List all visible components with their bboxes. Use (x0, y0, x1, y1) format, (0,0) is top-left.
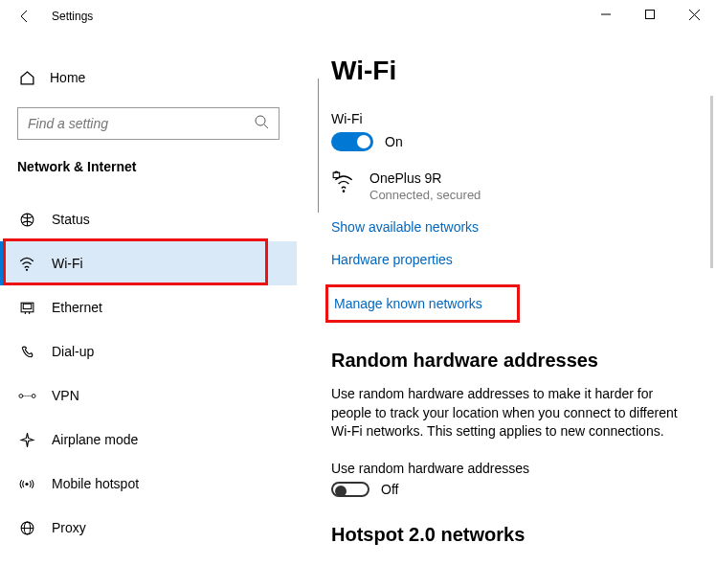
sidebar-item-label: Dial-up (52, 344, 94, 359)
link-show-available[interactable]: Show available networks (331, 219, 685, 235)
sidebar-item-proxy[interactable]: Proxy (0, 506, 297, 550)
sidebar-item-wifi[interactable]: Wi-Fi (0, 241, 297, 285)
status-icon (17, 212, 36, 228)
wifi-toggle-label: Wi-Fi (331, 111, 685, 126)
app-title: Settings (52, 10, 93, 23)
network-name: OnePlus 9R (369, 170, 481, 186)
page-title: Wi-Fi (331, 56, 685, 86)
home-label: Home (50, 70, 85, 85)
svg-rect-10 (23, 304, 32, 308)
highlight-manage-networks: Manage known networks (325, 284, 520, 323)
sidebar-item-dialup[interactable]: Dial-up (0, 329, 297, 373)
sidebar-item-airplane[interactable]: Airplane mode (0, 418, 297, 462)
search-icon (254, 114, 269, 133)
svg-point-16 (25, 482, 28, 485)
random-toggle-state: Off (381, 482, 398, 497)
back-button[interactable] (11, 3, 38, 30)
sidebar-item-label: Proxy (52, 520, 86, 535)
sidebar-item-label: Wi-Fi (52, 256, 83, 271)
vpn-icon (17, 388, 36, 404)
svg-point-8 (26, 269, 28, 271)
sidebar-item-label: Mobile hotspot (52, 476, 139, 491)
section-heading: Network & Internet (0, 159, 297, 174)
random-addresses-description: Use random hardware addresses to make it… (331, 385, 685, 441)
svg-point-14 (32, 394, 35, 397)
svg-rect-1 (646, 11, 655, 19)
sidebar-item-status[interactable]: Status (0, 197, 297, 241)
random-toggle-label: Use random hardware addresses (331, 461, 685, 476)
main-content: Wi-Fi Wi-Fi On OnePlus 9R Connected, sec… (297, 33, 716, 588)
wifi-toggle-state: On (385, 134, 403, 149)
airplane-icon (17, 432, 36, 448)
random-addresses-toggle[interactable] (331, 482, 369, 497)
svg-line-5 (264, 124, 268, 128)
current-network[interactable]: OnePlus 9R Connected, secured (331, 170, 685, 202)
ethernet-icon (17, 300, 36, 316)
sidebar-item-vpn[interactable]: VPN (0, 373, 297, 418)
home-icon (17, 70, 36, 86)
search-input[interactable] (17, 107, 280, 140)
sidebar-item-label: VPN (52, 388, 79, 403)
sidebar-item-label: Airplane mode (52, 432, 138, 447)
svg-point-4 (256, 116, 265, 125)
link-hardware-properties[interactable]: Hardware properties (331, 252, 685, 267)
random-addresses-heading: Random hardware addresses (331, 350, 685, 372)
sidebar: Home Network & Internet Status Wi-Fi Eth… (0, 33, 297, 588)
minimize-button[interactable] (584, 0, 628, 29)
sidebar-item-label: Ethernet (52, 300, 102, 315)
hotspot-heading: Hotspot 2.0 networks (331, 524, 685, 546)
sidebar-item-label: Status (52, 212, 90, 227)
dialup-icon (17, 344, 36, 360)
sidebar-item-ethernet[interactable]: Ethernet (0, 285, 297, 329)
maximize-button[interactable] (628, 0, 672, 29)
hotspot-icon (17, 476, 36, 492)
network-status: Connected, secured (369, 188, 481, 202)
svg-point-20 (343, 190, 346, 192)
wifi-toggle[interactable] (331, 132, 373, 151)
wifi-icon (17, 255, 36, 272)
close-button[interactable] (672, 0, 716, 29)
wifi-secured-icon (331, 170, 360, 199)
proxy-icon (17, 520, 36, 536)
link-manage-known-networks[interactable]: Manage known networks (334, 296, 482, 311)
svg-point-13 (18, 394, 22, 397)
sidebar-item-hotspot[interactable]: Mobile hotspot (0, 462, 297, 506)
home-nav[interactable]: Home (0, 59, 297, 96)
search-field[interactable] (28, 116, 238, 131)
